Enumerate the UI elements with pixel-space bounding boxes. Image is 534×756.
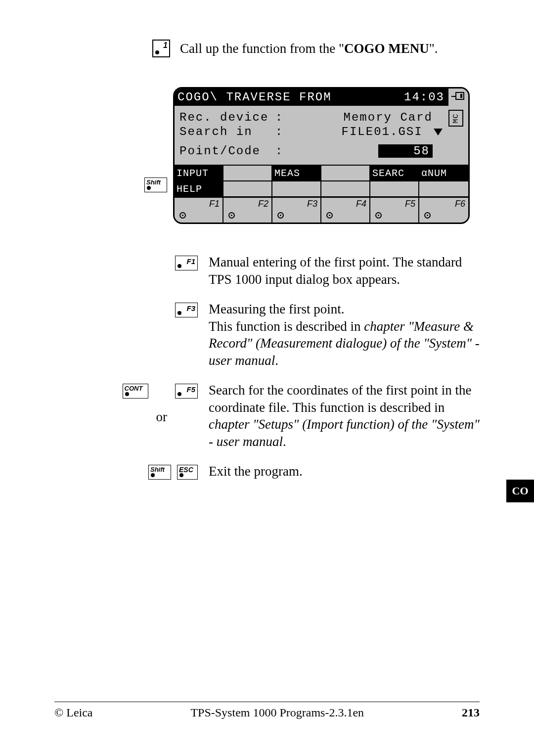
softkey-row-1: INPUT MEAS SEARC αNUM — [175, 165, 468, 180]
fkey-f3: F3 — [272, 198, 321, 222]
shift-key: Shift — [144, 178, 167, 192]
f3-line1: Measuring the first point. — [209, 302, 344, 316]
fkey-f6: F6 — [419, 198, 468, 222]
fkey-label: F4 — [356, 199, 366, 209]
fkey-f4: F4 — [321, 198, 370, 222]
value-point-code-wrap: 58 — [285, 144, 463, 158]
key-dot-icon — [155, 50, 159, 54]
key-dot-icon — [178, 264, 181, 268]
key-dot-icon — [424, 212, 431, 219]
f3-line2a: This function is described in — [209, 319, 364, 334]
footer-left: © Leica — [54, 706, 93, 719]
fkey-f1: F1 — [175, 198, 223, 222]
value-point-code: 58 — [378, 144, 433, 158]
shift-key-2: Shift — [148, 465, 171, 480]
lcd-screen: COGO\ TRAVERSE FROM 14:03 MC Rec. device… — [173, 87, 470, 224]
softkey-blank — [223, 181, 272, 196]
softkey-blank — [321, 166, 370, 180]
f5-line1b: chapter "Setups" (Import function) of th… — [209, 417, 480, 449]
fkey-label: F3 — [307, 199, 317, 209]
mc-label: MC — [451, 113, 460, 123]
colon: : — [273, 111, 285, 124]
step-1-key: 1 — [152, 40, 170, 57]
key-dot-icon — [375, 212, 382, 219]
desc-f1: F1 Manual entering of the first point. T… — [89, 254, 480, 288]
key-dot-icon — [179, 212, 186, 219]
desc-f1-text: Manual entering of the first point. The … — [209, 254, 480, 288]
value-rec-device: Memory Card — [285, 111, 463, 124]
dropdown-icon — [434, 129, 443, 135]
softkey-row-2: HELP — [175, 180, 468, 196]
softkey-blank — [370, 181, 419, 196]
desc-exit: Shift ESC Exit the program. — [89, 463, 480, 480]
key-dot-icon — [179, 473, 183, 477]
f5-key-label: F5 — [186, 385, 195, 394]
value-search-in: FILE01.GSI — [342, 125, 423, 138]
key-dot-icon — [151, 473, 155, 477]
cont-key: CONT — [123, 384, 148, 399]
or-text: or — [156, 409, 168, 425]
value-search-in-wrap: FILE01.GSI — [285, 125, 463, 138]
f5-line1c: . — [283, 434, 286, 449]
key-dot-icon — [178, 392, 181, 396]
side-tab-co: CO — [506, 480, 534, 502]
key-dot-icon — [228, 212, 235, 219]
key-dot-icon — [147, 186, 151, 190]
row-search-in: Search in : FILE01.GSI — [179, 125, 463, 138]
desc-f5: CONT or F5 Search for the coordinates of… — [89, 382, 480, 450]
label-search-in: Search in — [179, 125, 273, 138]
step-1-row: 1 Call up the function from the "COGO ME… — [152, 40, 480, 57]
step-1-text: Call up the function from the "COGO MENU… — [180, 40, 438, 57]
colon: : — [273, 125, 285, 138]
lcd-title: COGO\ TRAVERSE FROM — [175, 89, 400, 106]
desc-f3-text: Measuring the first point. This function… — [209, 301, 480, 369]
fkey-label: F1 — [209, 199, 220, 209]
fkey-label: F5 — [405, 199, 415, 209]
fkey-f2: F2 — [223, 198, 272, 222]
label-rec-device: Rec. device — [179, 111, 273, 124]
f3-line2c: . — [275, 353, 278, 368]
footer-page-number: 213 — [462, 706, 480, 719]
key-dot-icon — [326, 212, 333, 219]
f1-key-label: F1 — [186, 257, 195, 266]
shift-key-label: Shift — [146, 178, 161, 186]
lcd-time: 14:03 — [400, 89, 448, 106]
colon: : — [273, 144, 285, 158]
desc-f3: F3 Measuring the first point. This funct… — [89, 301, 480, 369]
desc-exit-text: Exit the program. — [209, 463, 480, 480]
esc-key-label: ESC — [179, 466, 193, 474]
softkey-anum: αNUM — [419, 166, 468, 180]
function-key-row: F1 F2 F3 F4 F5 F6 — [175, 196, 468, 222]
esc-key: ESC — [177, 465, 198, 480]
lcd-body: MC Rec. device : Memory Card Search in :… — [175, 106, 468, 165]
softkey-blank — [223, 166, 272, 180]
f5-line1a: Search for the coordinates of the first … — [209, 383, 472, 415]
softkey-blank — [419, 181, 468, 196]
step-text-post: ". — [429, 41, 438, 56]
lcd-title-bar: COGO\ TRAVERSE FROM 14:03 — [175, 89, 468, 106]
step-text-bold: COGO MENU — [344, 41, 429, 56]
key-dot-icon — [178, 311, 181, 315]
memory-card-icon: MC — [448, 110, 463, 127]
key-dot-icon — [125, 392, 129, 396]
footer-center: TPS-System 1000 Programs-2.3.1en — [190, 706, 364, 719]
f3-key-label: F3 — [186, 304, 195, 312]
f5-key: F5 — [175, 384, 198, 399]
desc-f5-text: Search for the coordinates of the first … — [209, 382, 480, 450]
f1-key: F1 — [175, 256, 198, 270]
step-number: 1 — [163, 41, 168, 50]
softkey-meas: MEAS — [272, 166, 321, 180]
fkey-label: F2 — [258, 199, 268, 209]
softkey-blank — [272, 181, 321, 196]
softkey-help: HELP — [175, 181, 223, 196]
row-point-code: Point/Code : 58 — [179, 144, 463, 158]
shift-key-label-2: Shift — [150, 466, 165, 473]
f3-key: F3 — [175, 303, 198, 317]
softkey-input: INPUT — [175, 166, 223, 180]
softkey-blank — [321, 181, 370, 196]
page-footer: © Leica TPS-System 1000 Programs-2.3.1en… — [54, 702, 480, 719]
key-dot-icon — [277, 212, 284, 219]
step-text-pre: Call up the function from the " — [180, 41, 344, 56]
battery-icon — [448, 89, 468, 106]
label-point-code: Point/Code — [179, 144, 273, 158]
